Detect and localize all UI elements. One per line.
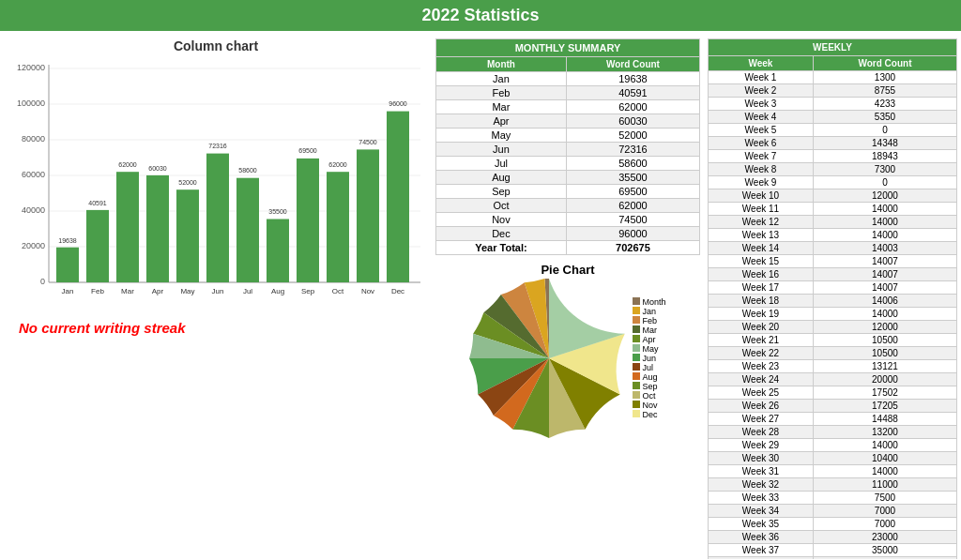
legend-item: Mar: [633, 325, 665, 335]
table-row: Week 718943: [709, 150, 957, 163]
table-row: Week 3010400: [709, 452, 957, 465]
table-row: Week 2617205: [709, 400, 957, 413]
month-col-header: Month: [436, 57, 567, 72]
list-item: May52000: [436, 129, 700, 143]
legend-item: Jul: [633, 363, 665, 372]
svg-rect-31: [206, 154, 229, 282]
legend-item: Sep: [633, 382, 665, 391]
table-row: Week 50: [709, 124, 957, 137]
svg-text:100000: 100000: [17, 98, 45, 108]
table-row: Week 3814500: [709, 557, 957, 560]
weekly-count-col-header: Word Count: [813, 56, 956, 71]
svg-text:40000: 40000: [22, 205, 45, 215]
monthly-summary-title: MONTHLY SUMMARY: [436, 39, 700, 57]
table-row: Week 34233: [709, 98, 957, 111]
table-row: Week 1314000: [709, 229, 957, 242]
svg-rect-16: [56, 248, 79, 282]
list-item: Mar62000: [436, 100, 700, 114]
svg-text:72316: 72316: [208, 143, 227, 149]
table-row: Week 614348: [709, 137, 957, 150]
table-row: Week 2914000: [709, 439, 957, 452]
svg-text:120000: 120000: [17, 63, 45, 72]
total-label: Year Total:: [436, 241, 567, 255]
legend-item: Feb: [633, 316, 665, 325]
chart-title: Column chart: [9, 38, 422, 53]
svg-text:Aug: Aug: [271, 287, 284, 295]
list-item: Jan19638: [436, 72, 700, 86]
svg-text:60000: 60000: [22, 170, 45, 179]
list-item: Dec96000: [436, 227, 700, 241]
table-row: Week 3735000: [709, 544, 957, 557]
svg-rect-37: [267, 219, 289, 283]
svg-text:Mar: Mar: [121, 287, 134, 295]
table-row: Week 1214000: [709, 216, 957, 229]
svg-text:Nov: Nov: [361, 287, 374, 295]
table-row: Week 11300: [709, 71, 957, 84]
no-streak-label: No current writing streak: [19, 320, 422, 336]
legend-item: Oct: [633, 391, 665, 401]
svg-text:58600: 58600: [238, 167, 257, 174]
svg-text:0: 0: [40, 277, 45, 286]
list-item: Oct62000: [436, 199, 700, 213]
list-item: Aug35500: [436, 171, 700, 185]
page-title: 2022 Statistics: [0, 0, 961, 31]
svg-text:62000: 62000: [328, 161, 347, 168]
table-row: Week 1814006: [709, 295, 957, 308]
svg-text:Oct: Oct: [332, 287, 344, 295]
legend-item: Dec: [633, 410, 665, 419]
table-row: Week 2813200: [709, 426, 957, 439]
weekly-title: WEEKLY: [709, 39, 957, 56]
table-row: Week 1614007: [709, 268, 957, 281]
table-row: Week 2714488: [709, 413, 957, 426]
svg-rect-49: [387, 112, 409, 282]
svg-text:Jan: Jan: [62, 287, 74, 295]
svg-rect-34: [236, 178, 259, 282]
svg-rect-22: [116, 172, 139, 282]
list-item: Sep69500: [436, 185, 700, 199]
monthly-summary-table: MONTHLY SUMMARY Month Word Count Jan1963…: [435, 38, 700, 255]
svg-rect-46: [357, 149, 379, 282]
svg-rect-40: [297, 159, 319, 282]
table-row: Week 87300: [709, 163, 957, 176]
svg-text:69500: 69500: [298, 147, 317, 154]
svg-rect-19: [86, 210, 109, 282]
left-panel: Column chart 120000 100000 80000 60000 4…: [0, 31, 432, 559]
table-row: Week 45350: [709, 111, 957, 124]
table-row: Week 2420000: [709, 373, 957, 386]
table-row: Week 28755: [709, 84, 957, 98]
table-row: Week 3211000: [709, 478, 957, 492]
table-row: Week 1514007: [709, 255, 957, 268]
table-row: Week 2517502: [709, 386, 957, 400]
list-item: Nov74500: [436, 213, 700, 227]
list-item: Feb40591: [436, 86, 700, 100]
column-chart-svg: 120000 100000 80000 60000 40000 20000 0: [9, 57, 422, 310]
week-col-header: Week: [709, 56, 814, 71]
pie-svg: [469, 279, 629, 438]
total-value: 702675: [566, 241, 699, 255]
list-item: Jul58600: [436, 157, 700, 171]
svg-text:19638: 19638: [58, 237, 77, 244]
table-row: Week 1114000: [709, 203, 957, 216]
weekly-table: WEEKLY Week Word Count Week 11300 Week 2…: [708, 38, 957, 559]
pie-legend: Month Jan Feb Mar Apr May Jun Jul Aug Se…: [633, 297, 665, 419]
svg-rect-43: [327, 172, 349, 282]
pie-chart-area: Month Jan Feb Mar Apr May Jun Jul Aug Se…: [435, 279, 700, 438]
list-item: Jun72316: [436, 143, 700, 157]
list-item: Apr60030: [436, 114, 700, 129]
legend-item: Month: [633, 297, 665, 307]
svg-text:62000: 62000: [118, 161, 137, 168]
svg-text:96000: 96000: [389, 100, 407, 107]
legend-item: Nov: [633, 401, 665, 410]
svg-text:Dec: Dec: [391, 287, 404, 295]
svg-text:Sep: Sep: [301, 287, 315, 295]
svg-text:Jun: Jun: [212, 287, 224, 295]
total-row: Year Total: 702675: [436, 241, 700, 255]
table-row: Week 3623000: [709, 531, 957, 544]
table-row: Week 90: [709, 176, 957, 189]
svg-text:80000: 80000: [22, 134, 45, 144]
table-row: Week 2012000: [709, 321, 957, 334]
legend-item: Jan: [633, 307, 665, 316]
svg-text:35500: 35500: [268, 208, 287, 215]
svg-text:74500: 74500: [358, 139, 377, 145]
pie-chart-title: Pie Chart: [435, 263, 700, 277]
